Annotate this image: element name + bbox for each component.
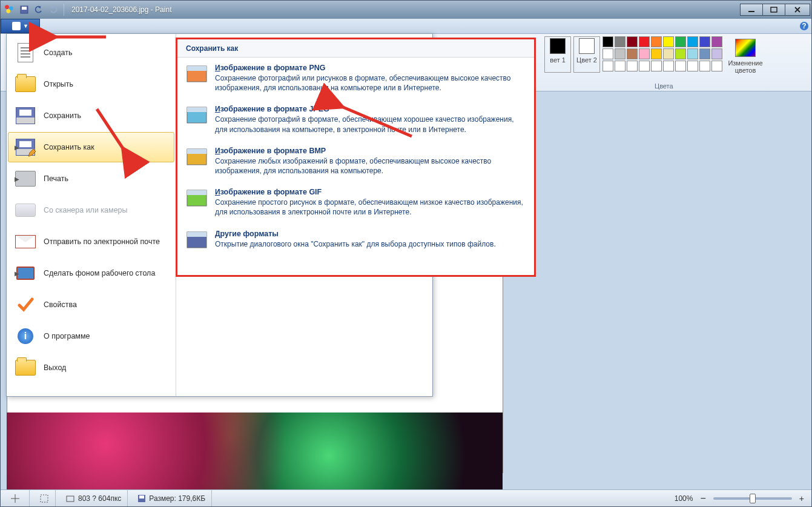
color-swatch[interactable] bbox=[699, 61, 710, 71]
file-menu-left-column: СоздатьОткрытьСохранитьСохранить как▶Печ… bbox=[7, 34, 176, 396]
color-swatch[interactable] bbox=[675, 36, 686, 47]
option-title: Изображение в формате PNG bbox=[215, 64, 526, 72]
option-title: Изображение в формате GIF bbox=[215, 188, 526, 196]
folder-icon bbox=[15, 73, 36, 95]
color-swatch[interactable] bbox=[699, 48, 710, 59]
svg-point-0 bbox=[5, 5, 9, 9]
zoom-value: 100% bbox=[675, 494, 693, 503]
qat-redo-button[interactable] bbox=[47, 3, 60, 16]
dimensions-text: 803 ? 604пкс bbox=[78, 494, 121, 503]
file-menu-item-9[interactable]: iО программе bbox=[8, 321, 174, 351]
color-swatch[interactable] bbox=[711, 61, 722, 71]
chevron-right-icon: ▶ bbox=[15, 270, 19, 277]
color1-button[interactable]: вет 1 bbox=[544, 36, 571, 73]
color-swatch[interactable] bbox=[663, 36, 674, 47]
format-icon bbox=[186, 188, 208, 210]
info-icon: i bbox=[15, 325, 36, 347]
selection-section bbox=[33, 490, 56, 506]
selection-icon bbox=[39, 494, 49, 503]
zoom-out-button[interactable]: − bbox=[696, 493, 709, 504]
color-swatch[interactable] bbox=[602, 48, 613, 59]
color-swatch[interactable] bbox=[651, 36, 662, 47]
color2-button[interactable]: Цвет 2 bbox=[573, 36, 600, 73]
svg-rect-14 bbox=[187, 66, 206, 71]
save-as-option-4[interactable]: Другие форматыОткрытие диалогового окна … bbox=[177, 224, 534, 257]
color-swatch[interactable] bbox=[675, 48, 686, 59]
save-as-option-3[interactable]: Изображение в формате GIFСохранение прос… bbox=[177, 182, 534, 223]
edit-colors-button[interactable]: Изменение цветов bbox=[728, 36, 762, 74]
check-icon bbox=[15, 294, 36, 316]
help-button[interactable]: ? bbox=[797, 19, 811, 33]
file-menu-item-7[interactable]: Сделать фоном рабочего стола▶ bbox=[8, 258, 174, 288]
color-swatch[interactable] bbox=[639, 48, 650, 59]
option-title: Изображение в формате BMP bbox=[215, 147, 526, 155]
zoom-slider[interactable] bbox=[713, 497, 792, 500]
colors-group: вет 1 Цвет 2 Изменение цветов bbox=[540, 34, 767, 91]
format-icon bbox=[186, 64, 208, 85]
save-as-panel: Сохранить как Изображение в формате PNGС… bbox=[176, 38, 536, 277]
color-swatch[interactable] bbox=[651, 61, 662, 71]
color-swatch[interactable] bbox=[711, 36, 722, 47]
color-swatch[interactable] bbox=[687, 48, 698, 59]
minimize-button[interactable] bbox=[740, 4, 763, 16]
color-swatch[interactable] bbox=[627, 61, 638, 71]
close-button[interactable] bbox=[785, 4, 810, 16]
svg-text:?: ? bbox=[802, 22, 806, 30]
svg-rect-9 bbox=[41, 495, 48, 502]
color-swatch[interactable] bbox=[675, 61, 686, 71]
svg-point-2 bbox=[6, 9, 10, 13]
status-bar: 803 ? 604пкс Размер: 179,6КБ 100% − + bbox=[1, 489, 811, 506]
file-menu-button[interactable]: ▼ bbox=[1, 19, 40, 33]
file-menu-item-8[interactable]: Свойства bbox=[8, 290, 174, 320]
color-swatch[interactable] bbox=[615, 36, 626, 47]
image-content bbox=[7, 413, 503, 489]
menu-item-label: Печать bbox=[44, 174, 168, 183]
color-swatch[interactable] bbox=[627, 48, 638, 59]
color-swatch[interactable] bbox=[663, 48, 674, 59]
menu-item-label: О программе bbox=[44, 332, 168, 340]
annotation-arrow-1 bbox=[48, 28, 109, 48]
color-swatch[interactable] bbox=[711, 48, 722, 59]
save-as-option-2[interactable]: Изображение в формате BMPСохранение любы… bbox=[177, 141, 534, 182]
file-menu-item-6[interactable]: Отправить по электронной почте bbox=[8, 227, 174, 257]
color-swatch[interactable] bbox=[687, 36, 698, 47]
color-swatch[interactable] bbox=[687, 61, 698, 71]
option-desc: Открытие диалогового окна "Сохранить как… bbox=[215, 239, 496, 249]
save-icon bbox=[137, 494, 146, 503]
color-palette bbox=[602, 36, 722, 71]
format-icon bbox=[186, 105, 208, 127]
file-menu-item-10[interactable]: Выход bbox=[8, 353, 174, 383]
color-swatch[interactable] bbox=[639, 36, 650, 47]
color-swatch[interactable] bbox=[615, 61, 626, 71]
save-as-option-0[interactable]: Изображение в формате PNGСохранение фото… bbox=[177, 58, 534, 99]
paint-app-icon bbox=[4, 4, 15, 15]
colors-group-label: Цвета bbox=[655, 82, 673, 90]
color-swatch[interactable] bbox=[615, 48, 626, 59]
filesize-section: Размер: 179,6КБ bbox=[131, 490, 212, 506]
svg-rect-5 bbox=[748, 11, 754, 12]
maximize-button[interactable] bbox=[762, 4, 785, 16]
file-menu-item-4[interactable]: Печать▶ bbox=[8, 164, 174, 194]
chevron-right-icon: ▶ bbox=[15, 144, 19, 151]
doc-icon bbox=[15, 42, 36, 64]
color-swatch[interactable] bbox=[602, 61, 613, 71]
zoom-thumb[interactable] bbox=[750, 494, 756, 503]
color-swatch[interactable] bbox=[699, 36, 710, 47]
color-swatch[interactable] bbox=[602, 36, 613, 47]
annotation-arrow-2 bbox=[91, 103, 133, 159]
svg-rect-18 bbox=[187, 149, 206, 154]
qat-undo-button[interactable] bbox=[32, 3, 45, 16]
zoom-in-button[interactable]: + bbox=[796, 494, 808, 503]
color-swatch[interactable] bbox=[651, 48, 662, 59]
color-swatch[interactable] bbox=[627, 36, 638, 47]
color-swatch[interactable] bbox=[639, 61, 650, 71]
crosshair-icon bbox=[10, 494, 20, 503]
format-icon bbox=[186, 147, 208, 168]
qat-save-button[interactable] bbox=[18, 3, 31, 16]
color-swatch[interactable] bbox=[663, 61, 674, 71]
svg-rect-6 bbox=[771, 7, 777, 12]
file-menu-item-1[interactable]: Открыть bbox=[8, 69, 174, 99]
window-buttons bbox=[741, 4, 810, 16]
separator bbox=[64, 4, 64, 16]
format-icon bbox=[186, 230, 208, 251]
